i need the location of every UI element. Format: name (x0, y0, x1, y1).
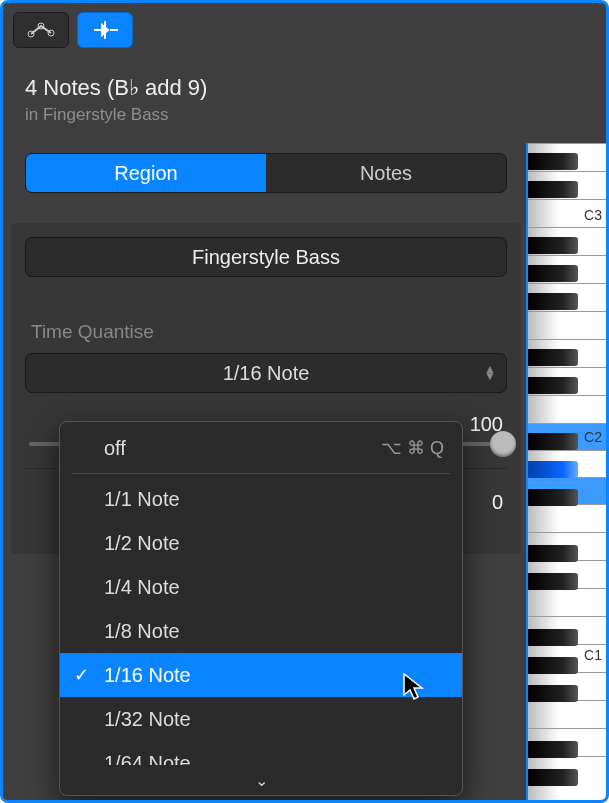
menu-item-label: off (104, 437, 126, 460)
menu-item-label: 1/32 Note (104, 708, 191, 731)
menu-item[interactable]: 1/4 Note (60, 565, 462, 609)
catch-tool-button[interactable] (77, 12, 133, 48)
updown-icon: ▲▼ (484, 366, 496, 380)
menu-shortcut: ⌥ ⌘ Q (381, 437, 444, 459)
chevron-down-icon: ⌄ (255, 771, 268, 790)
menu-item-label: 1/1 Note (104, 488, 180, 511)
menu-scroll-down[interactable]: ⌄ (60, 765, 462, 795)
selection-subtitle: in Fingerstyle Bass (25, 105, 507, 125)
menu-item[interactable]: 1/8 Note (60, 609, 462, 653)
tab-notes[interactable]: Notes (266, 154, 506, 192)
automation-tool-button[interactable] (13, 12, 69, 48)
quantise-menu: off ⌥ ⌘ Q 1/1 Note1/2 Note1/4 Note1/8 No… (59, 421, 463, 796)
menu-item-label: 1/64 Note (104, 752, 191, 766)
inspector-tabs: Region Notes (25, 153, 507, 193)
menu-item[interactable]: 1/2 Note (60, 521, 462, 565)
region-name-field[interactable]: Fingerstyle Bass (25, 237, 507, 277)
key-label-c3: C3 (584, 207, 602, 223)
check-icon: ✓ (74, 664, 89, 686)
menu-item-label: 1/2 Note (104, 532, 180, 555)
time-quantise-dropdown[interactable]: 1/16 Note ▲▼ (25, 353, 507, 393)
tab-region[interactable]: Region (26, 154, 266, 192)
menu-item[interactable]: 1/32 Note (60, 697, 462, 741)
time-quantise-label: Time Quantise (25, 321, 507, 343)
menu-item-off[interactable]: off ⌥ ⌘ Q (60, 426, 462, 470)
editor-window: 4 Notes (B♭ add 9) in Fingerstyle Bass R… (0, 0, 609, 803)
selection-title: 4 Notes (B♭ add 9) (25, 75, 507, 101)
piano-ruler[interactable]: C3 C2 C1 (526, 143, 606, 803)
menu-divider (72, 473, 450, 474)
toolbar (3, 3, 529, 57)
menu-item-label: 1/16 Note (104, 664, 191, 687)
time-quantise-value: 1/16 Note (223, 362, 310, 385)
menu-item[interactable]: 1/64 Note (60, 741, 462, 765)
menu-item[interactable]: 1/1 Note (60, 477, 462, 521)
automation-icon (26, 21, 56, 39)
menu-item[interactable]: ✓1/16 Note (60, 653, 462, 697)
menu-item-label: 1/4 Note (104, 576, 180, 599)
key-label-c2: C2 (584, 429, 602, 445)
region-header: 4 Notes (B♭ add 9) in Fingerstyle Bass (3, 57, 529, 137)
menu-item-label: 1/8 Note (104, 620, 180, 643)
slider-knob[interactable] (490, 431, 516, 457)
catch-icon (90, 21, 120, 39)
